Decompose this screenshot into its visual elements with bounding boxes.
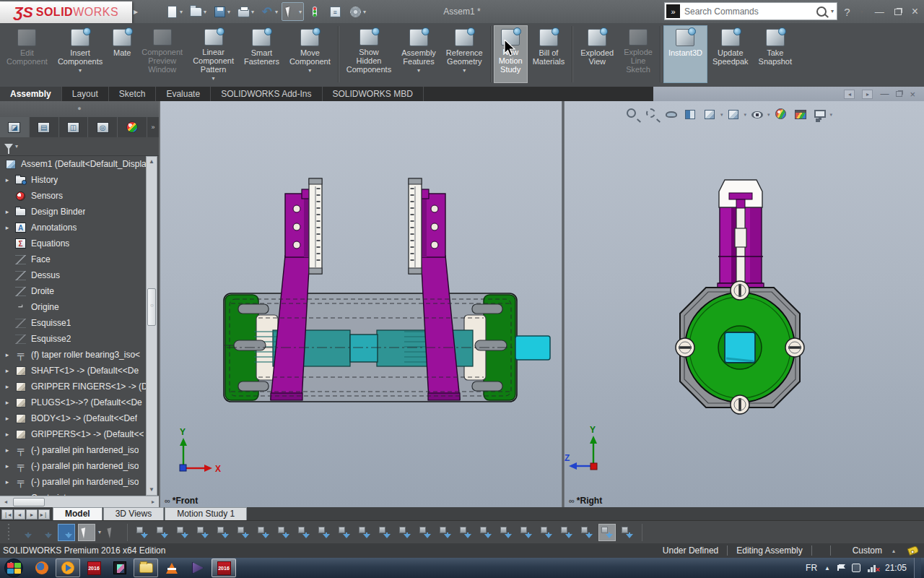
expand-arrow-icon[interactable]: ▸ bbox=[0, 431, 14, 438]
expand-arrow-icon[interactable]: ▸ bbox=[0, 176, 14, 184]
options-caret-icon[interactable]: ▾ bbox=[363, 9, 366, 15]
expand-arrow-icon[interactable]: ▸ bbox=[0, 367, 14, 374]
filter-axes-button[interactable] bbox=[235, 524, 252, 541]
tree-item[interactable]: ▸BODY<1> -> (Default<<Def bbox=[0, 410, 147, 426]
tree-item[interactable]: ▸╤(-) parallel pin hardened_iso bbox=[0, 458, 147, 474]
tree-item[interactable]: ▸╤(f) taper roller bearing3_iso< bbox=[0, 347, 147, 363]
scroll-down-icon[interactable]: ▼ bbox=[149, 485, 154, 495]
filter-center-marks-button[interactable] bbox=[558, 524, 575, 541]
instant3d-button[interactable]: Instant3D bbox=[663, 25, 707, 83]
options-button[interactable]: ▾ bbox=[346, 2, 368, 21]
filter-weld-symbols-button[interactable] bbox=[477, 524, 494, 541]
tree-item[interactable]: ▸╤(-) parallel pin hardened_iso bbox=[0, 442, 147, 458]
doctab-3d-views[interactable]: 3D Views bbox=[103, 507, 164, 520]
tree-item[interactable]: Esquisse1 bbox=[0, 315, 147, 331]
paneltab-dimxpertmanager[interactable]: ◎ bbox=[88, 117, 118, 137]
display-style-button[interactable]: ▾ bbox=[728, 108, 747, 121]
filter-routing-points-button[interactable] bbox=[619, 524, 636, 541]
open-document-button[interactable]: ▾ bbox=[186, 2, 209, 21]
language-indicator[interactable]: FR bbox=[806, 563, 817, 573]
filter-geometric-tolerances-button[interactable] bbox=[396, 524, 414, 541]
media-player-taskbar-button[interactable] bbox=[56, 558, 80, 577]
restore-button[interactable] bbox=[894, 9, 902, 15]
expand-arrow-icon[interactable]: ▸ bbox=[0, 224, 14, 231]
paneltab-configurationmanager[interactable]: ◫ bbox=[59, 117, 89, 137]
power-icon[interactable] bbox=[852, 564, 860, 572]
zoom-to-area-button[interactable] bbox=[646, 108, 661, 121]
solidworks-2016-taskbar-button[interactable]: 2016 bbox=[82, 558, 106, 577]
panel-tabs-overflow-icon[interactable]: » bbox=[147, 117, 159, 137]
media-player-classic-taskbar-button[interactable] bbox=[186, 558, 210, 577]
filter-balloons-button[interactable] bbox=[457, 524, 474, 541]
assembly-features-button[interactable]: Assembly Features▾ bbox=[396, 25, 441, 83]
tree-item[interactable]: Esquisse2 bbox=[0, 331, 147, 347]
solidworks-2016-active-taskbar-button[interactable]: 2016 bbox=[212, 558, 236, 577]
scroll-up-icon[interactable]: ▲ bbox=[149, 157, 154, 167]
expand-arrow-icon[interactable]: ▸ bbox=[0, 351, 14, 358]
insert-components-button[interactable]: Insert Components▾ bbox=[53, 25, 108, 83]
smart-fasteners-button[interactable]: Smart Fasteners bbox=[239, 25, 284, 83]
filter-icon[interactable] bbox=[4, 144, 13, 150]
tree-vertical-scrollbar[interactable]: ▲ ▼ bbox=[146, 156, 157, 496]
tree-item[interactable]: ▸PLUGS<1>->? (Default<<De bbox=[0, 394, 147, 410]
filter-midpoints-button[interactable] bbox=[336, 524, 353, 541]
filter-blocks-button[interactable] bbox=[538, 524, 555, 541]
linear-component-pattern-button[interactable]: Linear Component Pattern▾ bbox=[188, 25, 239, 83]
scroll-right-icon[interactable]: ▸ bbox=[147, 499, 159, 505]
show-hidden-components-button[interactable]: Show Hidden Components bbox=[341, 25, 396, 83]
previous-view-button[interactable] bbox=[666, 108, 680, 121]
undo-button[interactable]: ↶▾ bbox=[258, 2, 280, 21]
filter-select-all-button[interactable] bbox=[58, 524, 75, 541]
toolbar-drag-handle[interactable] bbox=[7, 524, 12, 541]
tree-item[interactable]: Droite bbox=[0, 283, 147, 299]
take-snapshot-button[interactable]: Take Snapshot bbox=[754, 25, 797, 83]
hscrollbar-handle[interactable] bbox=[13, 498, 45, 506]
child-minimize-button[interactable]: — bbox=[880, 89, 889, 99]
previous-document-button[interactable]: ◂ bbox=[844, 90, 855, 99]
tree-item[interactable]: ▸GRIPPER FINGERS<1> -> (De bbox=[0, 379, 147, 394]
tree-item[interactable]: ΣEquations bbox=[0, 236, 147, 251]
zoom-to-fit-button[interactable] bbox=[627, 108, 641, 121]
rebuild-button[interactable] bbox=[305, 2, 324, 21]
network-icon[interactable]: × bbox=[868, 564, 878, 572]
tree-root-item[interactable]: Assem1 (Default<Default_Displa bbox=[0, 156, 147, 172]
tab-solidworks-mbd[interactable]: SOLIDWORKS MBD bbox=[323, 87, 424, 101]
filter-sketch-segments-button[interactable] bbox=[315, 524, 333, 541]
minimize-button[interactable]: — bbox=[875, 7, 884, 17]
section-view-button[interactable] bbox=[685, 108, 699, 121]
hidden-icons-button[interactable]: ▲ bbox=[824, 565, 830, 571]
tab-scroll-button-2[interactable]: ▸ bbox=[26, 509, 38, 519]
action-center-icon[interactable] bbox=[837, 565, 845, 571]
tree-item[interactable]: ▸AAnnotations bbox=[0, 220, 147, 236]
child-close-button[interactable]: × bbox=[910, 89, 915, 100]
filter-edges-button[interactable] bbox=[154, 524, 171, 541]
solidworks-logo[interactable]: ƷS SOLIDWORKS bbox=[0, 1, 132, 23]
search-caret-icon[interactable]: ▾ bbox=[831, 8, 834, 14]
filter-surface-finish-symbols-button[interactable] bbox=[376, 524, 393, 541]
expand-arrow-icon[interactable]: ▸ bbox=[0, 208, 14, 215]
tab-solidworks-add-ins[interactable]: SOLIDWORKS Add-Ins bbox=[211, 87, 322, 101]
tab-scroll-button-1[interactable]: ◂ bbox=[14, 509, 25, 519]
bill-of-materials-button[interactable]: Bill of Materials bbox=[528, 25, 570, 83]
filter-caret-icon[interactable]: ▾ bbox=[15, 143, 18, 150]
tab-scroll-button-3[interactable]: ▸❘ bbox=[38, 509, 50, 519]
tree-item[interactable]: Face bbox=[0, 251, 147, 267]
paneltab-featuremanager-design-tree[interactable]: ◪ bbox=[0, 117, 30, 137]
expand-arrow-icon[interactable]: ▸ bbox=[0, 399, 14, 406]
filter-vertices-button[interactable] bbox=[134, 524, 151, 541]
expand-arrow-icon[interactable]: ▸ bbox=[0, 447, 14, 454]
viewport-front[interactable]: Y X ∞ *Front bbox=[160, 101, 562, 507]
exploded-view-button[interactable]: Exploded View bbox=[575, 25, 619, 83]
print-button[interactable]: ▾ bbox=[234, 2, 256, 21]
search-input[interactable]: Search Commands bbox=[680, 7, 816, 17]
photo-viewer-taskbar-button[interactable] bbox=[108, 558, 132, 577]
filter-dimensions-button[interactable] bbox=[356, 524, 373, 541]
undo-caret-icon[interactable]: ▾ bbox=[275, 9, 278, 15]
expand-arrow-icon[interactable]: ▸ bbox=[0, 415, 14, 422]
tab-assembly[interactable]: Assembly bbox=[0, 87, 62, 101]
tree-item[interactable]: ▸Design Binder bbox=[0, 204, 147, 220]
tree-item[interactable]: ▸∞Contraintes bbox=[0, 490, 147, 496]
expand-arrow-icon[interactable]: ▸ bbox=[0, 478, 14, 486]
vlc-taskbar-button[interactable] bbox=[160, 558, 184, 577]
expand-arrow-icon[interactable]: ▸ bbox=[0, 383, 14, 390]
